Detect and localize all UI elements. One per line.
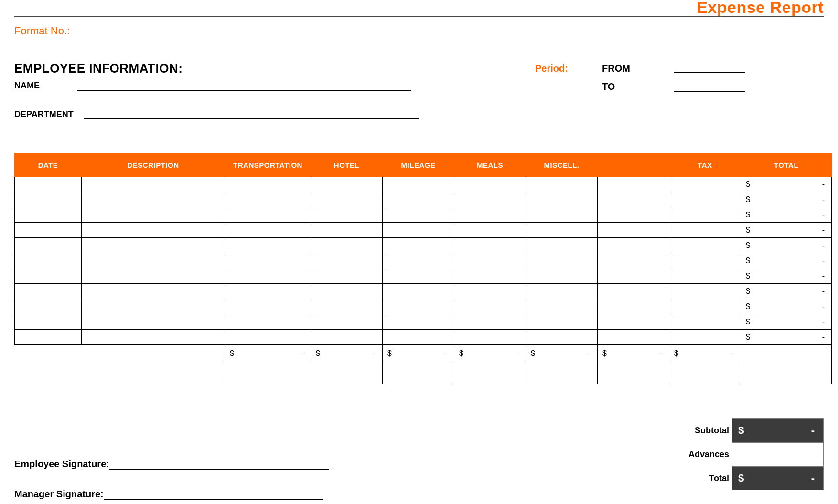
table-cell[interactable]: [383, 314, 454, 330]
table-cell[interactable]: [526, 177, 598, 192]
table-cell[interactable]: [82, 192, 225, 207]
table-cell[interactable]: [15, 192, 82, 207]
table-cell[interactable]: [15, 223, 82, 238]
table-cell[interactable]: [15, 207, 82, 223]
table-cell[interactable]: [383, 192, 454, 207]
table-cell[interactable]: [598, 253, 669, 268]
table-cell[interactable]: [15, 177, 82, 192]
table-cell[interactable]: [526, 207, 598, 223]
table-cell[interactable]: [383, 238, 454, 253]
table-cell[interactable]: [526, 284, 598, 299]
table-cell[interactable]: [669, 223, 741, 238]
table-cell[interactable]: [225, 238, 311, 253]
table-cell[interactable]: [225, 299, 311, 314]
table-cell[interactable]: [15, 299, 82, 314]
employee-signature-line[interactable]: [109, 460, 329, 470]
table-cell[interactable]: [82, 284, 225, 299]
table-cell[interactable]: [82, 238, 225, 253]
table-cell[interactable]: [454, 207, 526, 223]
table-cell[interactable]: [669, 238, 741, 253]
table-cell[interactable]: [383, 223, 454, 238]
table-cell[interactable]: [82, 223, 225, 238]
table-cell[interactable]: [311, 177, 383, 192]
table-cell[interactable]: [669, 314, 741, 330]
table-cell[interactable]: [15, 238, 82, 253]
table-cell[interactable]: [311, 268, 383, 284]
table-cell[interactable]: [526, 238, 598, 253]
table-cell[interactable]: [311, 330, 383, 345]
table-cell[interactable]: [669, 284, 741, 299]
table-cell[interactable]: [383, 284, 454, 299]
table-cell[interactable]: [383, 177, 454, 192]
table-cell[interactable]: [598, 207, 669, 223]
table-cell[interactable]: [82, 253, 225, 268]
table-cell[interactable]: [15, 253, 82, 268]
table-cell[interactable]: [311, 207, 383, 223]
table-cell[interactable]: [15, 284, 82, 299]
table-cell[interactable]: [15, 314, 82, 330]
table-cell[interactable]: [383, 253, 454, 268]
table-cell[interactable]: [669, 268, 741, 284]
table-cell[interactable]: [454, 223, 526, 238]
table-cell[interactable]: [383, 268, 454, 284]
table-cell[interactable]: [454, 314, 526, 330]
table-cell[interactable]: [526, 223, 598, 238]
table-cell[interactable]: [225, 192, 311, 207]
table-cell[interactable]: [225, 207, 311, 223]
period-to-input-line[interactable]: [674, 91, 745, 92]
table-cell[interactable]: [15, 330, 82, 345]
table-cell[interactable]: [598, 284, 669, 299]
table-cell[interactable]: [454, 299, 526, 314]
table-cell[interactable]: [598, 314, 669, 330]
table-cell[interactable]: [454, 330, 526, 345]
table-cell[interactable]: [669, 299, 741, 314]
table-cell[interactable]: [225, 268, 311, 284]
table-cell[interactable]: [598, 223, 669, 238]
table-cell[interactable]: [225, 223, 311, 238]
table-cell[interactable]: [598, 330, 669, 345]
table-cell[interactable]: [669, 253, 741, 268]
table-cell[interactable]: [82, 268, 225, 284]
table-cell[interactable]: [526, 299, 598, 314]
table-cell[interactable]: [225, 330, 311, 345]
table-cell[interactable]: [454, 253, 526, 268]
department-input-line[interactable]: [84, 109, 419, 119]
table-cell[interactable]: [311, 284, 383, 299]
table-cell[interactable]: [82, 330, 225, 345]
table-cell[interactable]: [454, 284, 526, 299]
table-cell[interactable]: [669, 177, 741, 192]
name-input-line[interactable]: [77, 80, 411, 91]
period-from-input-line[interactable]: [674, 72, 745, 73]
table-cell[interactable]: [598, 192, 669, 207]
table-cell[interactable]: [311, 223, 383, 238]
table-cell[interactable]: [454, 268, 526, 284]
table-cell[interactable]: [225, 314, 311, 330]
table-cell[interactable]: [383, 207, 454, 223]
manager-signature-line[interactable]: [104, 490, 323, 500]
table-cell[interactable]: [311, 314, 383, 330]
table-cell[interactable]: [454, 177, 526, 192]
table-cell[interactable]: [82, 207, 225, 223]
table-cell[interactable]: [454, 238, 526, 253]
table-cell[interactable]: [15, 268, 82, 284]
table-cell[interactable]: [454, 192, 526, 207]
table-cell[interactable]: [225, 177, 311, 192]
table-cell[interactable]: [383, 299, 454, 314]
table-cell[interactable]: [311, 192, 383, 207]
table-cell[interactable]: [526, 253, 598, 268]
table-cell[interactable]: [526, 268, 598, 284]
table-cell[interactable]: [82, 177, 225, 192]
table-cell[interactable]: [598, 268, 669, 284]
table-cell[interactable]: [526, 330, 598, 345]
table-cell[interactable]: [598, 299, 669, 314]
advances-value-cell[interactable]: [732, 442, 824, 466]
table-cell[interactable]: [311, 238, 383, 253]
table-cell[interactable]: [225, 284, 311, 299]
table-cell[interactable]: [598, 177, 669, 192]
table-cell[interactable]: [526, 314, 598, 330]
table-cell[interactable]: [598, 238, 669, 253]
table-cell[interactable]: [669, 330, 741, 345]
table-cell[interactable]: [669, 207, 741, 223]
table-cell[interactable]: [383, 330, 454, 345]
table-cell[interactable]: [82, 299, 225, 314]
